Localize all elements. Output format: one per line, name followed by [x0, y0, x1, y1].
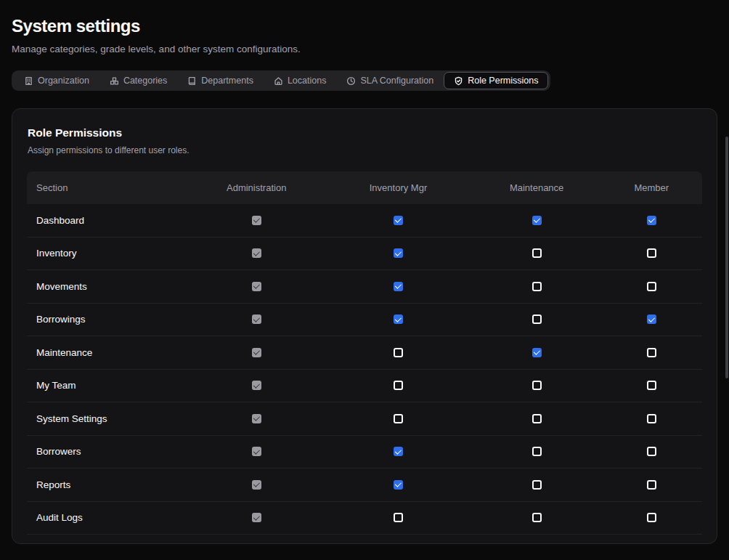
checked-checkbox [252, 348, 261, 357]
permission-cell-administration [189, 414, 324, 423]
column-header-section: Section [27, 182, 189, 193]
table-row: System Settings [27, 402, 702, 436]
role-permissions-panel: Role Permissions Assign permissions to d… [12, 108, 717, 544]
checked-checkbox [252, 282, 261, 291]
unchecked-checkbox[interactable] [647, 414, 656, 423]
unchecked-checkbox[interactable] [394, 414, 403, 423]
settings-tab-bar: Organization Categories Departments Loca… [12, 70, 550, 91]
checked-checkbox[interactable] [532, 348, 542, 357]
permission-cell-member [600, 513, 702, 522]
unchecked-checkbox[interactable] [647, 282, 656, 291]
unchecked-checkbox[interactable] [532, 248, 542, 258]
permission-cell-administration [189, 381, 324, 390]
checked-checkbox [252, 216, 261, 225]
permission-cell-administration [189, 248, 324, 258]
tab-label: Locations [288, 76, 327, 86]
permission-cell-member [600, 216, 702, 225]
unchecked-checkbox[interactable] [647, 381, 656, 390]
section-label: My Team [27, 380, 189, 391]
section-label: Audit Logs [27, 512, 189, 523]
checked-checkbox [252, 381, 261, 390]
shield-check-icon [454, 76, 463, 86]
system-settings-page: System settings Manage categories, grade… [0, 0, 729, 556]
permission-cell-administration [189, 348, 324, 357]
permission-cell-inventory_mgr [324, 348, 473, 357]
permission-cell-maintenance [473, 348, 601, 357]
unchecked-checkbox[interactable] [532, 414, 542, 423]
checked-checkbox[interactable] [394, 216, 403, 225]
checked-checkbox [252, 480, 261, 490]
section-label: Reports [27, 479, 189, 490]
checked-checkbox [252, 447, 261, 456]
section-label: Inventory [27, 248, 189, 259]
scrollbar-thumb[interactable] [725, 137, 728, 378]
checked-checkbox[interactable] [394, 315, 403, 324]
tab-departments[interactable]: Departments [177, 73, 264, 89]
permission-cell-inventory_mgr [324, 381, 473, 390]
table-row: Maintenance [27, 336, 702, 370]
checked-checkbox[interactable] [394, 447, 403, 456]
unchecked-checkbox[interactable] [394, 348, 403, 357]
boxes-icon [110, 76, 119, 86]
unchecked-checkbox[interactable] [532, 480, 542, 490]
section-label: Movements [27, 281, 189, 292]
checked-checkbox[interactable] [394, 248, 403, 258]
checked-checkbox[interactable] [647, 315, 656, 324]
tab-sla-configuration[interactable]: SLA Configuration [336, 73, 444, 89]
section-label: System Settings [27, 413, 189, 424]
section-label: Dashboard [27, 215, 189, 226]
tab-role-permissions[interactable]: Role Permissions [444, 72, 548, 89]
house-icon [274, 76, 283, 86]
building-icon [24, 76, 33, 86]
section-label: Maintenance [27, 347, 189, 358]
column-header-administration: Administration [189, 182, 324, 193]
unchecked-checkbox[interactable] [532, 513, 542, 522]
table-body: DashboardInventoryMovementsBorrowingsMai… [27, 204, 702, 535]
unchecked-checkbox[interactable] [532, 381, 542, 390]
column-header-inventory-mgr: Inventory Mgr [324, 182, 473, 193]
unchecked-checkbox[interactable] [532, 447, 542, 456]
table-row: Audit Logs [27, 502, 702, 535]
tab-locations[interactable]: Locations [264, 73, 337, 89]
permission-cell-member [600, 315, 702, 324]
section-label: Borrowings [27, 314, 189, 325]
checked-checkbox [252, 315, 261, 324]
permission-cell-member [600, 348, 702, 357]
tab-label: Departments [201, 76, 253, 86]
tab-label: Categories [123, 76, 167, 86]
column-header-member: Member [600, 182, 702, 193]
unchecked-checkbox[interactable] [394, 513, 403, 522]
permission-cell-member [600, 381, 702, 390]
section-label: Borrowers [27, 446, 189, 457]
unchecked-checkbox[interactable] [647, 480, 656, 490]
permission-cell-maintenance [473, 248, 601, 258]
tab-categories[interactable]: Categories [99, 73, 177, 89]
permission-cell-maintenance [473, 447, 601, 456]
unchecked-checkbox[interactable] [647, 348, 656, 357]
unchecked-checkbox[interactable] [532, 315, 542, 324]
checked-checkbox[interactable] [647, 216, 656, 225]
permission-cell-administration [189, 282, 324, 291]
permission-cell-inventory_mgr [324, 248, 473, 258]
tab-organization[interactable]: Organization [14, 73, 99, 89]
permission-cell-maintenance [473, 315, 601, 324]
checked-checkbox[interactable] [394, 480, 403, 490]
permission-cell-inventory_mgr [324, 282, 473, 291]
page-title: System settings [12, 16, 717, 36]
unchecked-checkbox[interactable] [647, 513, 656, 522]
checked-checkbox[interactable] [394, 282, 403, 291]
permission-cell-maintenance [473, 282, 601, 291]
permission-cell-inventory_mgr [324, 513, 473, 522]
unchecked-checkbox[interactable] [647, 248, 656, 258]
permission-cell-inventory_mgr [324, 315, 473, 324]
table-header: Section Administration Inventory Mgr Mai… [27, 171, 702, 204]
unchecked-checkbox[interactable] [647, 447, 656, 456]
tab-label: Organization [38, 76, 89, 86]
clock-icon [346, 76, 356, 86]
table-row: Movements [27, 270, 702, 304]
unchecked-checkbox[interactable] [532, 282, 542, 291]
table-row: Inventory [27, 238, 702, 271]
checked-checkbox[interactable] [532, 216, 542, 225]
permission-cell-member [600, 248, 702, 258]
unchecked-checkbox[interactable] [394, 381, 403, 390]
